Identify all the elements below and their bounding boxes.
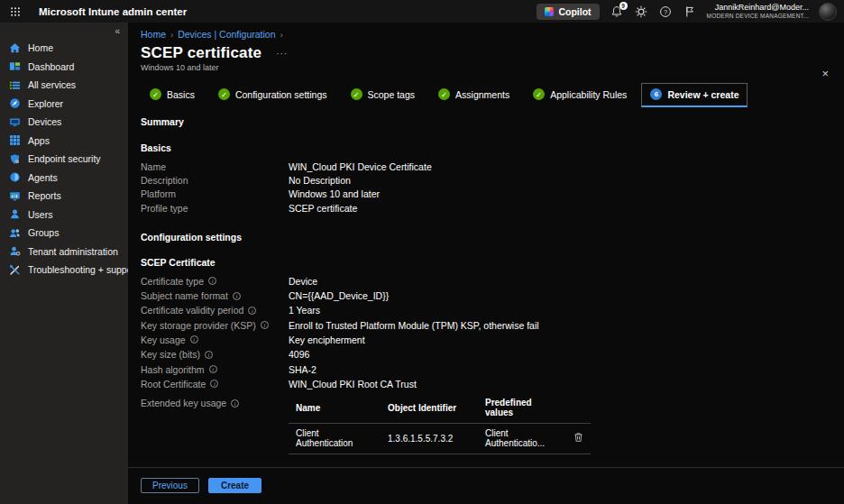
groups-icon bbox=[9, 227, 21, 239]
waffle-grid-icon bbox=[10, 6, 21, 17]
tab-label: Scope tags bbox=[368, 89, 416, 100]
info-icon[interactable]: i bbox=[248, 307, 256, 315]
eku-cell-name: Client Authentication bbox=[289, 424, 381, 454]
sidebar-collapse-button[interactable]: « bbox=[0, 24, 128, 39]
copilot-button[interactable]: Copilot bbox=[537, 4, 599, 20]
summary-row-subject-name-format: Subject name formati CN={{AAD_Device_ID}… bbox=[141, 290, 844, 305]
troubleshooting-tools-icon bbox=[9, 264, 21, 276]
scep-certificate-subheading: SCEP Certificate bbox=[141, 257, 844, 268]
summary-row-extended-key-usage: Extended key usagei Name Object Identifi… bbox=[141, 395, 844, 454]
sidebar-item-tenant-administration[interactable]: Tenant administration bbox=[0, 243, 128, 261]
more-options-icon[interactable]: ··· bbox=[276, 49, 288, 59]
step-number-badge: 6 bbox=[650, 88, 662, 100]
tab-applicability-rules[interactable]: ✓ Applicability Rules bbox=[524, 83, 636, 107]
eku-cell-oid: 1.3.6.1.5.5.7.3.2 bbox=[381, 424, 478, 454]
account-org: MODERN DEVICE MANAGEMENT... bbox=[707, 13, 809, 20]
sidebar-item-dashboard[interactable]: Dashboard bbox=[0, 58, 128, 77]
top-bar: Microsoft Intune admin center Copilot 9 bbox=[0, 0, 844, 23]
basics-heading: Basics bbox=[141, 142, 844, 153]
devices-icon bbox=[9, 116, 21, 128]
chevron-right-icon: › bbox=[280, 30, 283, 40]
feedback-flag-icon bbox=[683, 5, 696, 18]
summary-heading: Summary bbox=[141, 116, 844, 127]
settings-button[interactable] bbox=[634, 5, 648, 19]
info-icon[interactable]: i bbox=[190, 335, 198, 344]
tab-configuration-settings[interactable]: ✓ Configuration settings bbox=[209, 83, 336, 107]
tab-scope-tags[interactable]: ✓ Scope tags bbox=[342, 83, 425, 107]
close-button[interactable]: × bbox=[821, 68, 829, 79]
user-icon bbox=[9, 208, 21, 220]
all-services-icon bbox=[9, 79, 21, 91]
eku-header-name: Name bbox=[289, 395, 381, 424]
eku-header-predefined: Predefined values bbox=[478, 395, 566, 424]
tab-review-create[interactable]: 6 Review + create bbox=[641, 83, 748, 107]
copilot-icon bbox=[545, 7, 554, 16]
step-complete-icon: ✓ bbox=[351, 88, 362, 100]
sidebar-item-endpoint-security[interactable]: Endpoint security bbox=[0, 150, 128, 169]
sidebar-item-reports[interactable]: Reports bbox=[0, 187, 128, 206]
sidebar-item-devices[interactable]: Devices bbox=[0, 113, 128, 132]
tab-basics[interactable]: ✓ Basics bbox=[141, 83, 204, 107]
previous-button[interactable]: Previous bbox=[141, 478, 199, 493]
info-icon[interactable]: i bbox=[208, 277, 216, 285]
step-complete-icon: ✓ bbox=[218, 88, 230, 100]
wizard-steps: ✓ Basics ✓ Configuration settings ✓ Scop… bbox=[128, 83, 844, 107]
step-complete-icon: ✓ bbox=[438, 88, 450, 100]
help-button[interactable]: ? bbox=[658, 5, 673, 19]
chevron-right-icon: › bbox=[170, 30, 173, 40]
summary-row-root-certificate: Root Certificatei WIN_Cloud PKI Root CA … bbox=[141, 379, 844, 393]
summary-row-profile-type: Profile type SCEP certificate bbox=[141, 203, 844, 216]
eku-header-oid: Object Identifier bbox=[381, 395, 478, 424]
main-panel: Home › Devices | Configuration › × SCEP … bbox=[128, 23, 844, 504]
review-summary: Summary Basics Name WIN_Cloud PKI Device… bbox=[128, 116, 844, 454]
notifications-button[interactable]: 9 bbox=[610, 5, 624, 19]
wizard-footer: Previous Create bbox=[128, 467, 844, 504]
info-icon[interactable]: i bbox=[233, 292, 241, 300]
create-button[interactable]: Create bbox=[208, 478, 261, 493]
info-icon[interactable]: i bbox=[231, 399, 239, 408]
gear-icon bbox=[635, 5, 647, 18]
sidebar-item-home[interactable]: Home bbox=[0, 39, 128, 58]
reports-icon bbox=[9, 190, 21, 202]
summary-row-hash-algorithm: Hash algorithmi SHA-2 bbox=[141, 364, 844, 379]
step-complete-icon: ✓ bbox=[533, 88, 545, 100]
breadcrumb: Home › Devices | Configuration › bbox=[128, 23, 844, 40]
summary-row-platform: Platform Windows 10 and later bbox=[141, 188, 844, 202]
configuration-settings-heading: Configuration settings bbox=[141, 232, 844, 243]
sidebar-item-groups[interactable]: Groups bbox=[0, 224, 128, 243]
breadcrumb-home[interactable]: Home bbox=[141, 29, 166, 40]
sidebar-item-all-services[interactable]: All services bbox=[0, 76, 128, 95]
tab-assignments[interactable]: ✓ Assignments bbox=[429, 83, 518, 107]
summary-row-key-size: Key size (bits)i 4096 bbox=[141, 349, 844, 363]
app-launcher-icon[interactable] bbox=[0, 0, 31, 23]
help-icon: ? bbox=[659, 5, 672, 18]
sidebar-item-agents[interactable]: Agents bbox=[0, 169, 128, 188]
sidebar: « Home Dashboard All services Explorer D… bbox=[0, 23, 128, 504]
tab-label: Basics bbox=[167, 89, 195, 100]
sidebar-item-explorer[interactable]: Explorer bbox=[0, 95, 128, 114]
info-icon[interactable]: i bbox=[210, 380, 218, 388]
account-menu[interactable]: JannikReinhard@Moder... MODERN DEVICE MA… bbox=[707, 3, 809, 20]
summary-row-key-usage: Key usagei Key encipherment bbox=[141, 334, 844, 349]
feedback-button[interactable] bbox=[683, 5, 697, 19]
agents-icon bbox=[9, 171, 21, 183]
app-title[interactable]: Microsoft Intune admin center bbox=[39, 6, 187, 17]
sidebar-item-apps[interactable]: Apps bbox=[0, 132, 128, 151]
svg-text:?: ? bbox=[664, 7, 667, 15]
delete-row-button[interactable] bbox=[573, 432, 583, 445]
table-row: Client Authentication 1.3.6.1.5.5.7.3.2 … bbox=[289, 424, 591, 454]
info-icon[interactable]: i bbox=[261, 321, 269, 329]
notification-badge: 9 bbox=[619, 2, 628, 10]
sidebar-item-troubleshooting[interactable]: Troubleshooting + support bbox=[0, 261, 128, 279]
info-icon[interactable]: i bbox=[209, 365, 217, 373]
avatar[interactable] bbox=[819, 3, 837, 21]
breadcrumb-devices-configuration[interactable]: Devices | Configuration bbox=[178, 29, 275, 40]
tab-label: Assignments bbox=[455, 89, 509, 100]
eku-cell-predefined: Client Authenticatio... bbox=[478, 424, 566, 454]
home-icon bbox=[9, 42, 21, 54]
tab-label: Review + create bbox=[667, 89, 738, 100]
dashboard-icon bbox=[9, 60, 21, 72]
sidebar-item-users[interactable]: Users bbox=[0, 206, 128, 225]
summary-row-name: Name WIN_Cloud PKI Device Certificate bbox=[141, 161, 844, 175]
info-icon[interactable]: i bbox=[205, 351, 213, 359]
